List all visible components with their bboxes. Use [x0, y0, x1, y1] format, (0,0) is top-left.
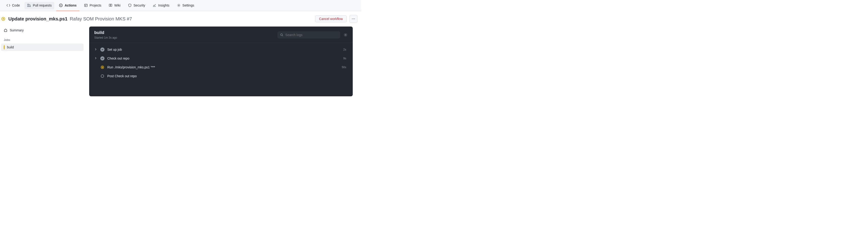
job-steps-list: Set up job2sCheck out repo9sRun ./mks/pr… [89, 43, 353, 86]
tab-label: Code [12, 3, 20, 7]
home-icon [4, 28, 7, 32]
step-label: Run ./mks/provision_mks.ps1 '*** [107, 65, 339, 69]
tab-settings[interactable]: Settings [174, 0, 197, 11]
sidebar-summary-label: Summary [10, 28, 24, 32]
run-title-group: Update provision_mks.ps1 Rafay SOM Provi… [8, 16, 132, 22]
tab-pull-requests[interactable]: Pull requests [24, 2, 54, 9]
tab-label: Projects [90, 3, 101, 7]
pending-icon [100, 74, 104, 78]
check-circle-icon [100, 56, 104, 60]
run-header: Update provision_mks.ps1 Rafay SOM Provi… [0, 11, 361, 27]
shield-icon [128, 3, 132, 7]
svg-point-1 [28, 6, 29, 7]
sidebar-job-name: build [7, 45, 14, 49]
tab-insights[interactable]: Insights [150, 0, 172, 11]
job-step[interactable]: Run ./mks/provision_mks.ps1 '***50s [89, 63, 353, 72]
chevron-right-icon [94, 48, 97, 51]
run-status-inprogress-icon [1, 17, 6, 21]
search-icon [280, 33, 283, 37]
job-step[interactable]: Post Check out repo [89, 72, 353, 80]
svg-point-8 [354, 19, 355, 19]
gear-icon [177, 3, 181, 7]
step-duration: 50s [342, 65, 348, 69]
job-panel-header: build Started 1m 3s ago [89, 27, 353, 43]
sidebar-summary-link[interactable]: Summary [1, 27, 84, 34]
graph-icon [153, 3, 156, 7]
step-duration: 2s [343, 48, 348, 51]
svg-point-0 [28, 4, 29, 5]
check-circle-icon [100, 48, 104, 52]
job-step[interactable]: Check out repo9s [89, 54, 353, 63]
svg-point-7 [353, 19, 354, 19]
chevron-right-icon [94, 56, 97, 60]
job-started: Started 1m 3s ago [94, 36, 117, 39]
run-options-button[interactable] [349, 15, 358, 23]
tab-label: Wiki [114, 3, 120, 7]
step-label: Set up job [107, 48, 340, 51]
job-status-inprogress-icon [4, 45, 5, 49]
job-step[interactable]: Set up job2s [89, 45, 353, 54]
svg-rect-4 [85, 4, 87, 6]
svg-point-10 [345, 34, 346, 35]
tab-security[interactable]: Security [125, 0, 148, 11]
tab-label: Settings [183, 3, 194, 7]
tab-label: Insights [158, 3, 169, 7]
job-panel: build Started 1m 3s ago Set up job2sChec… [89, 27, 353, 96]
tab-label: Pull requests [33, 3, 52, 7]
job-name: build [94, 30, 117, 35]
tab-projects[interactable]: Projects [81, 0, 104, 11]
repo-nav: Code Pull requests Actions Projects Wiki… [0, 0, 361, 11]
run-title: Update provision_mks.ps1 [8, 16, 68, 21]
svg-point-5 [178, 5, 179, 6]
step-label: Check out repo [107, 56, 340, 60]
log-search-input[interactable] [285, 33, 338, 37]
step-label: Post Check out repo [107, 74, 343, 78]
in-progress-icon [100, 65, 104, 69]
tab-code[interactable]: Code [4, 0, 23, 11]
tab-label: Security [133, 3, 145, 7]
cancel-workflow-button[interactable]: Cancel workflow [315, 15, 347, 22]
run-sidebar: Summary Jobs build [0, 27, 84, 51]
tab-wiki[interactable]: Wiki [106, 0, 123, 11]
book-icon [109, 3, 113, 7]
sidebar-job-item[interactable]: build [1, 44, 84, 51]
svg-point-6 [352, 19, 353, 19]
step-duration: 9s [343, 57, 348, 60]
job-settings-button[interactable] [343, 33, 348, 37]
run-workflow-name: Rafay SOM Provision MKS #7 [70, 16, 132, 21]
git-pull-request-icon [27, 3, 31, 7]
log-search[interactable] [278, 31, 340, 38]
tab-label: Actions [65, 3, 76, 7]
kebab-horizontal-icon [351, 17, 355, 21]
code-icon [6, 3, 10, 7]
sidebar-jobs-label: Jobs [1, 34, 84, 44]
svg-point-2 [30, 6, 30, 7]
tab-actions[interactable]: Actions [56, 0, 79, 11]
table-icon [84, 3, 88, 7]
play-circle-icon [59, 3, 63, 7]
svg-point-9 [280, 33, 282, 35]
gear-icon [343, 33, 348, 37]
